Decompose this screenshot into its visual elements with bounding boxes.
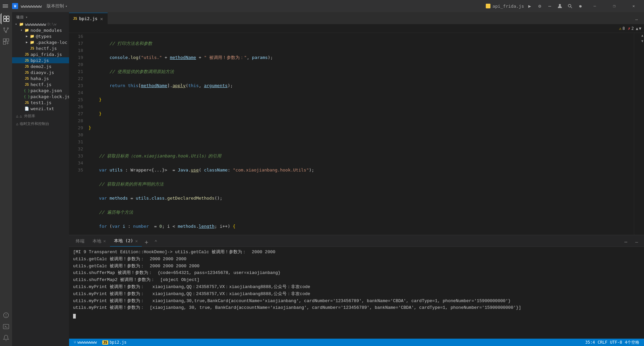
tree-label-bpi2: bpi2.js <box>30 58 49 63</box>
scroll-up-btn[interactable]: ▲ <box>641 33 643 37</box>
tree-item-demo2[interactable]: ▶ JS demo2.js <box>12 63 69 69</box>
line-ending[interactable]: CRLF <box>596 339 609 346</box>
panel-tab-close-local1[interactable]: ✕ <box>103 238 106 244</box>
tab-bpi2[interactable]: JS bpi2.js ✕ <box>69 13 108 24</box>
panel-tab-chevron[interactable]: ⌃ <box>151 237 161 247</box>
warning-badge[interactable]: ⚠ 8 ✗ 2 <box>619 26 634 31</box>
cursor-position[interactable]: 35:4 <box>584 339 596 346</box>
tree-item-root[interactable]: ▾ 📁 wwwwwwww D:\w <box>12 21 69 27</box>
main-layout: 项目 ▾ ▾ 📁 wwwwwwww D:\w ▾ 📁 node_modules … <box>0 12 644 346</box>
project-name: wwwwwwww <box>21 4 42 9</box>
tree-item-hectf[interactable]: ▶ JS hectf.js <box>12 81 69 87</box>
debug-button[interactable]: ⚙ <box>537 3 543 9</box>
indent-info[interactable]: 4个空格 <box>624 339 641 346</box>
json-file-icon: { } <box>24 94 30 99</box>
tree-label-hectf-nm: hectf.js <box>35 46 57 51</box>
external-lib-section[interactable]: △ △ 外部库 <box>12 112 69 119</box>
panel-tab-terminal[interactable]: 终端 <box>72 235 89 247</box>
panel-tabs: 终端 本地 ✕ 本地 (2) ✕ + ⌃ ⋯ — <box>69 235 644 247</box>
svg-rect-5 <box>4 19 6 21</box>
panel-tab-close-local2[interactable]: ✕ <box>135 238 138 244</box>
svg-point-7 <box>4 28 5 29</box>
folder-icon: 📁 <box>30 33 35 39</box>
tree-item-hectf-nm[interactable]: ▶ JS hectf.js <box>12 45 69 51</box>
encoding-label: UTF-8 <box>610 340 622 345</box>
terminal-cursor-line <box>73 312 640 319</box>
svg-line-12 <box>6 29 8 31</box>
position-label: 35:4 <box>585 340 595 345</box>
tree-item-api-frida[interactable]: ▶ JS api_frida.js <box>12 51 69 57</box>
notification-icon[interactable] <box>1 333 11 343</box>
tree-item-package-loc[interactable]: ▶ 📁 .package-loc <box>12 39 69 45</box>
svg-rect-14 <box>6 39 9 41</box>
tree-item-package-json[interactable]: ▶ { } package.json <box>12 87 69 93</box>
svg-rect-15 <box>3 42 6 44</box>
tree-item-types[interactable]: ▶ 📁 @types <box>12 33 69 39</box>
tree-item-diaoyv[interactable]: ▶ JS diaoyv.js <box>12 69 69 75</box>
expand-icon[interactable]: ▲ <box>636 26 638 31</box>
panel-area: 终端 本地 ✕ 本地 (2) ✕ + ⌃ ⋯ — [MI 9 Transpar <box>69 235 644 339</box>
tree-label-package-json: package.json <box>30 88 62 93</box>
collapse-icon[interactable]: ▼ <box>639 26 641 31</box>
terminal-line-3: utils.getCalc 被调用！参数为： 2000 2000 2000 20… <box>73 263 640 270</box>
search-button[interactable] <box>567 3 573 9</box>
tree-item-test1[interactable]: ▶ JS test1.js <box>12 99 69 106</box>
tree-item-package-lock[interactable]: ▶ { } package-lock.js <box>12 93 69 99</box>
restore-button[interactable]: ❐ <box>606 0 622 12</box>
branch-name: wwwwwwww <box>77 340 97 345</box>
settings-button[interactable] <box>577 3 583 9</box>
title-bar: W wwwwwwww 版本控制 ▾ api_frida.js ▶ ⚙ ⋯ — ❐… <box>0 0 644 12</box>
code-line-23 <box>89 138 631 145</box>
minimize-button[interactable]: — <box>587 0 602 12</box>
tab-label: bpi2.js <box>79 16 98 21</box>
js-file-icon: JS <box>30 46 35 51</box>
close-button[interactable]: ✕ <box>626 0 641 12</box>
js-file-icon: JS <box>24 64 30 69</box>
more-button[interactable]: ⋯ <box>547 3 553 9</box>
menu-icon[interactable] <box>3 3 9 9</box>
svg-point-1 <box>568 4 571 7</box>
file-type-item[interactable]: JS bpi2.js <box>101 339 128 346</box>
explorer-icon[interactable] <box>1 13 11 24</box>
folder-arrow-open: ▾ <box>19 27 24 33</box>
tree-item-haha[interactable]: ▶ JS haha.js <box>12 75 69 81</box>
panel-more-btn[interactable]: ⋯ <box>621 237 631 247</box>
status-right: 35:4 CRLF UTF-8 4个空格 <box>584 339 641 346</box>
tree-item-node-modules[interactable]: ▾ 📁 node_modules <box>12 27 69 33</box>
terminal-line-6: utils.myPrint 被调用！参数为： xiaojianbang,QQ：2… <box>73 284 640 291</box>
panel-tab-label: 终端 <box>76 238 84 244</box>
terminal-line-5: utils.shufferMap2 被调用！参数为： [object Objec… <box>73 277 640 284</box>
svg-point-8 <box>7 28 9 29</box>
extensions-icon[interactable] <box>1 36 11 47</box>
error-icon: ✗ <box>628 26 630 31</box>
tree-item-bpi2[interactable]: ▶ JS bpi2.js <box>12 57 69 63</box>
run-button[interactable]: ▶ <box>527 3 533 9</box>
terminal-line-1: [MI 9 Transparent Edition::HookDemo]-> u… <box>73 249 640 256</box>
js-file-icon: JS <box>24 82 30 87</box>
tree-label-demo2: demo2.js <box>30 64 52 69</box>
svg-line-11 <box>4 31 6 31</box>
js-file-icon: JS <box>24 58 30 63</box>
terminal-line-8: utils.myPrint 被调用！参数为： xiaojianbang,30,t… <box>73 298 640 305</box>
branch-icon: ⑂ <box>74 340 76 345</box>
temp-files-section[interactable]: △ 临时文件和控制台 <box>12 119 69 127</box>
tree-item-wenzi[interactable]: ▶ 📄 wenzi.txt <box>12 106 69 112</box>
panel-add-tab-btn[interactable]: + <box>142 237 151 247</box>
tab-close-btn[interactable]: ✕ <box>100 15 104 22</box>
scroll-down-btn[interactable]: ▼ <box>641 39 643 43</box>
panel-tab-local2[interactable]: 本地 (2) ✕ <box>110 235 142 247</box>
code-content[interactable]: // 打印方法名和参数 console.log("utils." + metho… <box>86 33 634 235</box>
terminal-icon[interactable] <box>1 321 11 332</box>
panel-right-actions: ⋯ — <box>621 237 641 247</box>
code-line-27: var methods = utils.class.getDeclaredMet… <box>89 195 631 202</box>
terminal-content[interactable]: [MI 9 Transparent Edition::HookDemo]-> u… <box>69 247 644 339</box>
debug-console-icon[interactable] <box>1 310 11 321</box>
user-button[interactable] <box>557 3 563 9</box>
panel-tab-local1[interactable]: 本地 ✕ <box>89 235 110 247</box>
tab-more-btn[interactable]: ⋯ <box>632 15 641 24</box>
panel-minimize-btn[interactable]: — <box>632 237 641 247</box>
source-control-icon[interactable] <box>1 25 11 36</box>
encoding[interactable]: UTF-8 <box>609 339 624 346</box>
version-control-btn[interactable]: 版本控制 ▾ <box>45 2 69 10</box>
branch-item[interactable]: ⑂ wwwwwwww <box>72 339 98 346</box>
